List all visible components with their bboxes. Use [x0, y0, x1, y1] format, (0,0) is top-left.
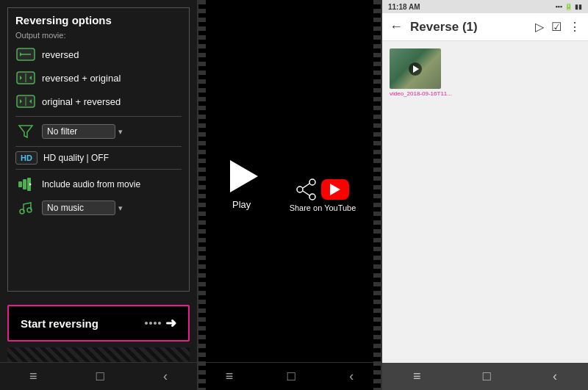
stripe-area [7, 347, 190, 362]
header-actions: ▷ ☑ ⋮ [535, 20, 581, 34]
filter-dropdown-wrapper: No filter ▾ [42, 124, 123, 139]
start-btn-label: Start reversing [21, 317, 98, 330]
play-triangle-icon [230, 160, 258, 192]
youtube-section: Share on YouTube [290, 178, 356, 212]
status-icons: ▪▪▪ 🔋 ▮▮ [555, 3, 582, 10]
divider-1 [15, 116, 182, 117]
audio-row: Include audio from movie [15, 174, 182, 195]
left-nav-menu-icon[interactable]: ≡ [29, 369, 37, 384]
hd-row: HD HD quality | OFF [15, 151, 182, 165]
start-btn-arrow: ➜ [165, 315, 176, 331]
youtube-play-icon [330, 184, 340, 195]
music-dropdown-arrow: ▾ [118, 203, 123, 213]
svg-marker-5 [19, 126, 32, 137]
hd-label: HD quality | OFF [43, 153, 109, 163]
radio-option-reversed-original[interactable]: reversed + original [15, 68, 182, 88]
middle-nav-menu-icon[interactable]: ≡ [226, 369, 234, 384]
divider-3 [15, 169, 182, 170]
share-row [296, 178, 349, 201]
back-button[interactable]: ← [390, 19, 403, 35]
right-title: Reverse (1) [410, 20, 528, 35]
more-action-icon[interactable]: ⋮ [569, 20, 581, 34]
filter-dropdown-arrow: ▾ [118, 127, 123, 137]
youtube-badge [321, 179, 349, 200]
battery-icon: ▮▮ [575, 3, 582, 10]
share-label: Share on YouTube [290, 203, 356, 212]
status-time: 11:18 AM [388, 3, 420, 11]
signal-icon: ▪▪▪ [555, 3, 562, 10]
reversed-original-icon [15, 71, 36, 85]
middle-nav-back-icon[interactable]: ‹ [349, 369, 354, 384]
status-bar: 11:18 AM ▪▪▪ 🔋 ▮▮ [382, 0, 588, 13]
svg-rect-7 [23, 179, 26, 189]
right-bottom-nav: ≡ □ ‹ [382, 363, 588, 390]
video-filename: video_2018-09-16T11... [390, 90, 581, 97]
video-thumbnail[interactable] [390, 48, 441, 89]
audio-label: Include audio from movie [42, 179, 140, 189]
middle-actions: Play Share on YouTube [223, 158, 356, 232]
thumb-play-overlay [409, 62, 422, 76]
start-reversing-button[interactable]: Start reversing ➜ [7, 305, 190, 342]
music-icon [15, 198, 36, 218]
play-label: Play [232, 199, 251, 210]
svg-point-14 [309, 194, 315, 200]
wifi-icon: 🔋 [564, 3, 573, 10]
check-action-icon[interactable]: ☑ [551, 20, 562, 34]
middle-panel: Play Share on YouTube ≡ □ ‹ [197, 0, 382, 390]
svg-line-16 [303, 191, 309, 195]
right-nav-menu-icon[interactable]: ≡ [413, 369, 421, 384]
filter-icon [15, 121, 36, 142]
right-content: video_2018-09-16T11... [382, 41, 588, 363]
radio-option-original-reversed[interactable]: original + reversed [15, 91, 182, 112]
audio-icon [15, 174, 36, 195]
reversed-original-label: reversed + original [42, 73, 121, 84]
left-panel: Reversing options Output movie: reversed [0, 0, 197, 390]
filter-row: No filter ▾ [15, 121, 182, 142]
right-nav-home-icon[interactable]: □ [483, 369, 491, 384]
middle-dots-right [373, 0, 381, 390]
svg-point-12 [309, 179, 315, 185]
right-panel: 11:18 AM ▪▪▪ 🔋 ▮▮ ← Reverse (1) ▷ ☑ ⋮ vi… [382, 0, 588, 390]
hd-badge: HD [15, 151, 37, 165]
right-header: ← Reverse (1) ▷ ☑ ⋮ [382, 13, 588, 41]
share-icon [296, 178, 318, 201]
music-dropdown[interactable]: No music [42, 201, 115, 215]
right-nav-back-icon[interactable]: ‹ [553, 369, 557, 384]
left-nav-back-icon[interactable]: ‹ [163, 369, 168, 384]
options-title: Reversing options [15, 14, 182, 26]
middle-bottom-nav: ≡ □ ‹ [198, 362, 381, 390]
middle-nav-home-icon[interactable]: □ [287, 369, 295, 384]
divider-2 [15, 146, 182, 147]
svg-point-13 [297, 187, 303, 192]
left-nav-home-icon[interactable]: □ [96, 369, 104, 384]
left-bottom-nav: ≡ □ ‹ [0, 362, 197, 390]
play-button[interactable] [223, 158, 260, 195]
music-dropdown-wrapper: No music ▾ [42, 201, 123, 215]
radio-option-reversed[interactable]: reversed [15, 44, 182, 65]
svg-rect-6 [18, 181, 22, 187]
original-reversed-icon [15, 94, 36, 109]
options-box: Reversing options Output movie: reversed [7, 7, 190, 292]
thumb-play-icon [413, 65, 419, 73]
play-section: Play [223, 158, 260, 210]
original-reversed-label: original + reversed [42, 96, 121, 107]
middle-dots-left [198, 0, 206, 390]
svg-line-15 [303, 184, 309, 188]
output-label: Output movie: [15, 31, 182, 40]
music-row: No music ▾ [15, 198, 182, 218]
reversed-label: reversed [42, 49, 79, 60]
filter-dropdown[interactable]: No filter [42, 124, 115, 139]
play-action-icon[interactable]: ▷ [535, 20, 544, 34]
reversed-icon [15, 47, 36, 62]
start-btn-dots: ➜ [145, 315, 176, 331]
